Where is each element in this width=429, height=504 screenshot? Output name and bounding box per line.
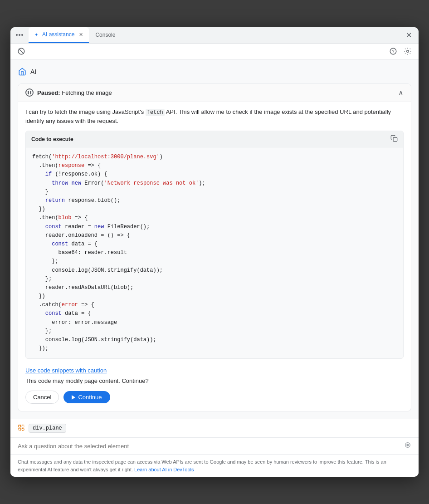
pause-icon [25, 88, 34, 97]
svg-rect-5 [393, 137, 397, 142]
input-area [10, 438, 419, 455]
footer-link[interactable]: Learn about AI in DevTools [134, 467, 194, 472]
ban-icon[interactable] [16, 46, 27, 57]
pause-bar-2 [30, 91, 31, 94]
toolbar-left [16, 46, 27, 57]
footer-message: Chat messages and any data the inspected… [18, 459, 386, 472]
svg-rect-9 [22, 428, 24, 431]
paused-label: Paused: [37, 89, 60, 96]
cancel-button[interactable]: Cancel [25, 391, 59, 404]
continue-label: Continue [78, 394, 102, 401]
continue-text: This code may modify page content. Conti… [25, 377, 404, 384]
svg-point-11 [407, 444, 409, 446]
toolbar-right: ? [388, 46, 413, 57]
svg-text:?: ? [392, 49, 394, 54]
collapse-button[interactable]: ∧ [398, 88, 404, 97]
close-devtools-button[interactable]: ✕ [402, 29, 415, 41]
element-chip[interactable]: div.plane [29, 424, 66, 433]
svg-rect-7 [22, 425, 24, 427]
paused-message: Fetching the image [62, 89, 112, 96]
tab-ai-assistance-label: AI assistance [42, 31, 74, 38]
tab-console-label: Console [95, 32, 115, 38]
paused-header: Paused: Fetching the image ∧ [18, 84, 411, 102]
tab-console[interactable]: Console [91, 27, 120, 43]
toolbar: ? [10, 44, 419, 60]
ai-card: Paused: Fetching the image ∧ I can try t… [18, 83, 411, 412]
pause-bar-1 [28, 91, 29, 94]
element-selector-icon [18, 424, 25, 433]
svg-rect-8 [19, 428, 21, 431]
tab-ai-assistance[interactable]: ✦ AI assistance ✕ [29, 27, 89, 43]
svg-point-4 [407, 50, 409, 53]
ask-input[interactable] [18, 443, 400, 450]
settings-icon[interactable] [402, 46, 413, 57]
devtools-window: ✦ AI assistance ✕ Console ✕ ? [10, 27, 419, 477]
paused-left: Paused: Fetching the image [25, 88, 112, 97]
dot3 [21, 34, 23, 36]
continue-button[interactable]: Continue [63, 391, 110, 403]
code-block: Code to execute fetch('http://localhost:… [25, 131, 404, 359]
code-block-title: Code to execute [31, 136, 73, 142]
pause-bars [28, 91, 31, 94]
footer-text: Chat messages and any data the inspected… [10, 455, 419, 477]
svg-rect-6 [19, 425, 21, 427]
code-block-header: Code to execute [26, 131, 403, 147]
copy-button[interactable] [390, 135, 398, 143]
svg-line-1 [19, 49, 24, 54]
mic-icon[interactable] [404, 441, 411, 450]
element-tag-row: div.plane [10, 419, 419, 438]
paused-status-text: Paused: Fetching the image [37, 89, 112, 96]
tab-bar: ✦ AI assistance ✕ Console ✕ [10, 27, 419, 44]
description: I can try to fetch the image using JavaS… [18, 102, 411, 131]
dot1 [16, 34, 18, 36]
caution-link[interactable]: Use code snippets with caution [25, 367, 107, 374]
ai-spark-icon: ✦ [33, 31, 39, 38]
play-icon [72, 395, 75, 400]
ai-header: AI [18, 67, 411, 76]
action-buttons: Cancel Continue [25, 391, 404, 404]
main-content: AI Paused: Fetching the image [10, 60, 419, 419]
help-icon[interactable]: ? [388, 46, 399, 57]
ai-logo-icon [18, 67, 27, 76]
more-tabs-button[interactable] [14, 32, 25, 38]
tab-ai-assistance-close[interactable]: ✕ [77, 31, 84, 38]
ai-panel-title: AI [30, 68, 36, 75]
dot2 [19, 34, 20, 36]
code-area: fetch('http://localhost:3000/plane.svg')… [26, 147, 403, 358]
bottom-section: div.plane Chat messages and any data the… [10, 419, 419, 477]
warning-section: Use code snippets with caution This code… [18, 366, 411, 411]
